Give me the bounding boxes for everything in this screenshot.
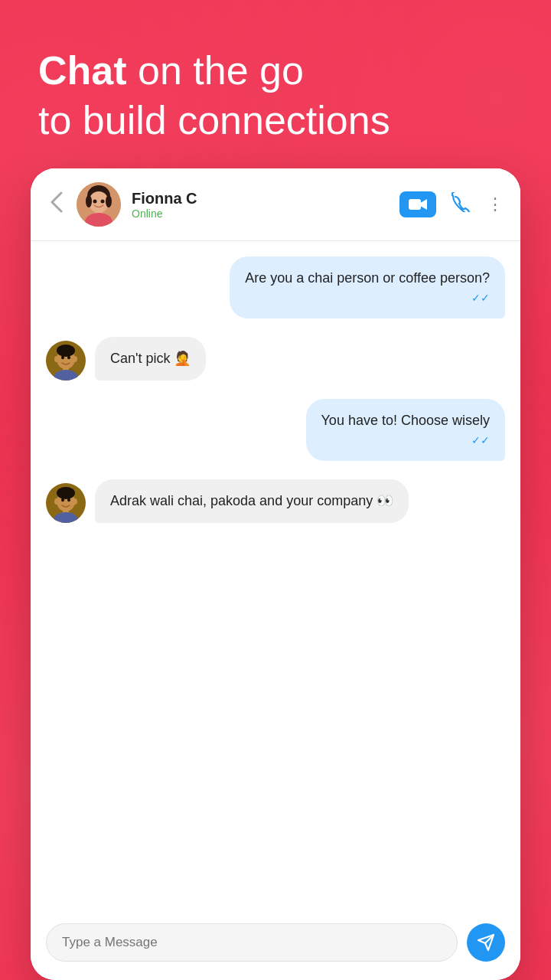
svg-point-4 xyxy=(106,195,112,207)
contact-info: Fionna C Online xyxy=(132,190,399,220)
message-bubble-received: Adrak wali chai, pakoda and your company… xyxy=(95,479,409,523)
video-call-button[interactable] xyxy=(399,191,436,217)
phone-call-button[interactable] xyxy=(452,192,471,217)
svg-point-7 xyxy=(93,200,97,204)
message-input-wrapper[interactable] xyxy=(46,923,458,962)
header-bold: Chat xyxy=(38,48,127,93)
svg-point-26 xyxy=(61,498,64,501)
chat-card: Fionna C Online ⋮ xyxy=(31,168,520,980)
svg-point-23 xyxy=(73,498,77,505)
chat-messages: Are you a chai person or coffee person? … xyxy=(31,241,520,911)
svg-point-3 xyxy=(86,195,92,207)
header-line2: to build connections xyxy=(38,98,390,142)
message-text: Adrak wali chai, pakoda and your company… xyxy=(110,493,393,508)
chat-input-area xyxy=(31,911,520,980)
chat-topbar: Fionna C Online ⋮ xyxy=(31,168,520,241)
svg-point-18 xyxy=(67,356,70,359)
header-rest: on the go xyxy=(127,48,304,93)
contact-status: Online xyxy=(132,207,399,220)
topbar-actions: ⋮ xyxy=(399,191,505,217)
svg-point-12 xyxy=(57,345,75,357)
header-title: Chat on the go to build connections xyxy=(38,46,513,145)
sender-avatar xyxy=(46,341,86,381)
message-bubble-received: Can't pick 🤦 xyxy=(95,337,206,381)
message-text: Can't pick 🤦 xyxy=(110,351,191,366)
message-text: Are you a chai person or coffee person? xyxy=(245,270,490,286)
contact-avatar xyxy=(77,182,121,227)
message-input[interactable] xyxy=(62,935,442,950)
send-icon xyxy=(477,933,495,952)
send-button[interactable] xyxy=(467,923,505,962)
sender-avatar xyxy=(46,483,86,523)
svg-point-27 xyxy=(67,498,70,501)
message-bubble-sent: Are you a chai person or coffee person? … xyxy=(230,256,505,318)
svg-point-8 xyxy=(101,200,105,204)
message-bubble-sent: You have to! Choose wisely ✓✓ xyxy=(306,399,505,461)
video-icon xyxy=(408,198,428,211)
contact-name: Fionna C xyxy=(132,190,399,207)
table-row: Adrak wali chai, pakoda and your company… xyxy=(46,479,505,523)
svg-point-17 xyxy=(61,356,64,359)
read-ticks: ✓✓ xyxy=(245,291,490,306)
header-section: Chat on the go to build connections xyxy=(0,0,551,168)
back-button[interactable] xyxy=(46,187,67,222)
svg-point-14 xyxy=(73,356,77,362)
svg-point-22 xyxy=(54,498,59,505)
table-row: You have to! Choose wisely ✓✓ xyxy=(46,399,505,461)
message-text: You have to! Choose wisely xyxy=(321,413,490,428)
table-row: Can't pick 🤦 xyxy=(46,337,505,381)
read-ticks: ✓✓ xyxy=(321,433,490,449)
table-row: Are you a chai person or coffee person? … xyxy=(46,256,505,318)
more-options-button[interactable]: ⋮ xyxy=(487,194,505,214)
svg-rect-9 xyxy=(409,199,421,210)
svg-point-13 xyxy=(54,356,59,362)
svg-point-21 xyxy=(57,487,75,499)
